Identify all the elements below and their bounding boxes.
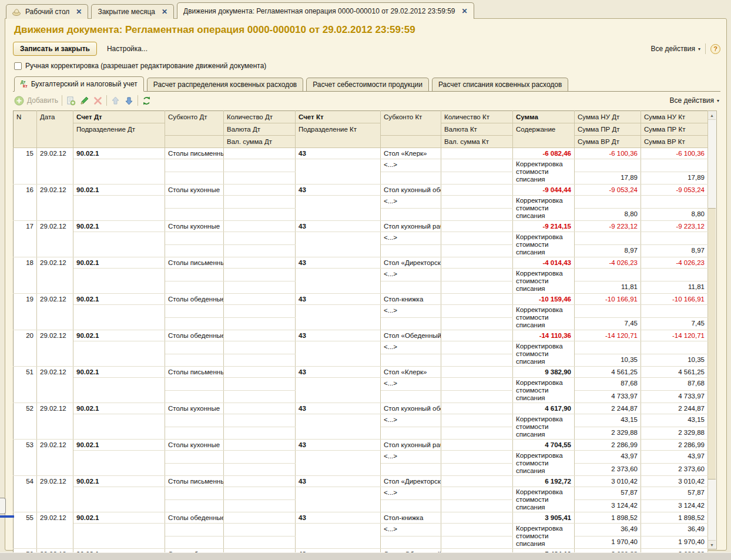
- cell-sum-nu-kt[interactable]: 1 898,52: [641, 512, 708, 524]
- table-row[interactable]: 52 29.02.12 90.02.1 Столы кухонные 43 Ст…: [14, 403, 708, 414]
- cell-currency-dt[interactable]: [224, 414, 296, 427]
- cell-subconto-dt[interactable]: Столы обеденные: [165, 294, 224, 305]
- cell-currency-dt[interactable]: [224, 196, 296, 209]
- cell-sum-vr-kt[interactable]: 17,89: [641, 172, 708, 185]
- cell-sum-pr-dt[interactable]: 87,68: [575, 378, 641, 391]
- table-row-line2[interactable]: <...> Корректировка стоимости списания: [14, 269, 708, 281]
- cell-currency-dt[interactable]: [224, 378, 296, 391]
- cell-content[interactable]: Корректировка стоимости списания: [513, 524, 575, 549]
- cell-subconto-dt-line3[interactable]: [165, 281, 224, 294]
- cell-quantity-dt[interactable]: [224, 440, 296, 451]
- cell-sum-vr-dt[interactable]: 17,89: [575, 172, 641, 185]
- cell-sum-nu-kt[interactable]: 2 244,87: [641, 403, 708, 414]
- cell-curamount-dt[interactable]: [224, 427, 296, 440]
- cell-currency-kt[interactable]: [441, 196, 513, 209]
- cell-currency-dt[interactable]: [224, 451, 296, 464]
- cell-quantity-dt[interactable]: [224, 403, 296, 414]
- cell-currency-kt[interactable]: [441, 451, 513, 464]
- cell-sum-vr-dt[interactable]: 2 373,60: [575, 463, 641, 476]
- tab-desktop[interactable]: Рабочий стол ✕: [6, 4, 88, 19]
- cell-sum[interactable]: -6 082,46: [513, 148, 575, 159]
- cell-subconto-kt[interactable]: Стол «Клерк»: [381, 367, 441, 378]
- cell-sum-vr-kt[interactable]: 8,80: [641, 208, 708, 221]
- cell-account-dt[interactable]: 90.02.1: [73, 367, 165, 378]
- cell-sum-pr-dt[interactable]: [575, 232, 641, 245]
- cell-department-dt[interactable]: [73, 305, 165, 330]
- cell-subconto-dt-line2[interactable]: [165, 159, 224, 172]
- cell-account-dt[interactable]: 90.02.1: [73, 257, 165, 269]
- cell-sum-nu-kt[interactable]: 3 010,42: [641, 476, 708, 487]
- cell-subconto-kt-line2[interactable]: <...>: [381, 159, 441, 172]
- cell-subconto-dt[interactable]: Столы кухонные: [165, 440, 224, 451]
- cell-department-dt[interactable]: [73, 451, 165, 476]
- cell-curamount-dt[interactable]: [224, 281, 296, 294]
- cell-curamount-kt[interactable]: [441, 208, 513, 221]
- cell-sum-pr-kt[interactable]: [641, 196, 708, 209]
- cell-sum-nu-kt[interactable]: -4 026,23: [641, 257, 708, 269]
- cell-quantity-kt[interactable]: [441, 330, 513, 341]
- cell-subconto-kt-line2[interactable]: <...>: [381, 451, 441, 464]
- cell-content[interactable]: Корректировка стоимости списания: [513, 341, 575, 367]
- tab-product-cost-calc[interactable]: Расчет себестоимости продукции: [306, 78, 429, 91]
- table-row[interactable]: 15 29.02.12 90.02.1 Столы письменны 43 С…: [14, 148, 708, 159]
- cell-subconto-dt-line2[interactable]: [165, 232, 224, 245]
- scroll-down-icon[interactable]: ▼: [708, 540, 716, 549]
- cell-subconto-kt-line3[interactable]: [381, 427, 441, 440]
- cell-sum[interactable]: -14 110,36: [513, 330, 575, 341]
- cell-date[interactable]: 29.02.12: [37, 403, 73, 440]
- cell-subconto-dt-line2[interactable]: [165, 378, 224, 391]
- cell-content[interactable]: Корректировка стоимости списания: [513, 451, 575, 476]
- cell-department-kt[interactable]: [296, 414, 381, 440]
- cell-curamount-kt[interactable]: [441, 281, 513, 294]
- cell-sum-pr-dt[interactable]: [575, 341, 641, 354]
- cell-curamount-dt[interactable]: [224, 244, 296, 257]
- cell-n[interactable]: 15: [14, 148, 37, 185]
- cell-account-kt[interactable]: 43: [296, 403, 381, 414]
- cell-curamount-dt[interactable]: [224, 536, 296, 549]
- refresh-icon[interactable]: [142, 96, 152, 106]
- cell-sum-vr-kt[interactable]: 3 124,42: [641, 499, 708, 512]
- cell-subconto-kt-line2[interactable]: <...>: [381, 269, 441, 281]
- cell-department-kt[interactable]: [296, 378, 381, 403]
- cell-currency-kt[interactable]: [441, 269, 513, 281]
- cell-department-dt[interactable]: [73, 487, 165, 512]
- cell-sum-vr-kt[interactable]: 10,35: [641, 354, 708, 367]
- table-row[interactable]: 20 29.02.12 90.02.1 Столы обеденные 43 С…: [14, 330, 708, 341]
- cell-content[interactable]: Корректировка стоимости списания: [513, 378, 575, 403]
- cell-curamount-dt[interactable]: [224, 354, 296, 367]
- cell-subconto-kt[interactable]: Стол «Директорск: [381, 257, 441, 269]
- cell-sum-nu-dt[interactable]: 3 010,42: [575, 476, 641, 487]
- cell-sum-pr-kt[interactable]: [641, 305, 708, 318]
- cell-sum-nu-kt[interactable]: -9 223,12: [641, 221, 708, 232]
- cell-sum-vr-kt[interactable]: 1 970,40: [641, 536, 708, 549]
- cell-sum-nu-kt[interactable]: -14 120,71: [641, 330, 708, 341]
- cell-sum-vr-dt[interactable]: 1 970,40: [575, 536, 641, 549]
- cell-quantity-kt[interactable]: [441, 476, 513, 487]
- cell-currency-dt[interactable]: [224, 305, 296, 318]
- cell-subconto-kt[interactable]: Стол «Директорск: [381, 476, 441, 487]
- cell-subconto-dt[interactable]: Столы обеденные: [165, 330, 224, 341]
- cell-sum-nu-dt[interactable]: 2 244,87: [575, 403, 641, 414]
- cell-date[interactable]: 29.02.12: [37, 330, 73, 367]
- table-row-line2[interactable]: <...> Корректировка стоимости списания: [14, 305, 708, 318]
- cell-department-kt[interactable]: [296, 159, 381, 185]
- cell-sum-vr-kt[interactable]: 2 373,60: [641, 463, 708, 476]
- cell-account-kt[interactable]: 43: [296, 512, 381, 524]
- cell-sum-vr-dt[interactable]: 2 329,88: [575, 427, 641, 440]
- table-row-line2[interactable]: <...> Корректировка стоимости списания: [14, 341, 708, 354]
- cell-department-kt[interactable]: [296, 305, 381, 330]
- cell-subconto-dt-line3[interactable]: [165, 208, 224, 221]
- cell-sum-pr-dt[interactable]: 36,49: [575, 524, 641, 536]
- scrollbar-thumb[interactable]: [708, 208, 716, 479]
- cell-currency-dt[interactable]: [224, 487, 296, 500]
- cell-subconto-kt-line2[interactable]: <...>: [381, 196, 441, 209]
- cell-n[interactable]: 54: [14, 476, 37, 512]
- cell-date[interactable]: 29.02.12: [37, 257, 73, 294]
- cell-sum-pr-kt[interactable]: 87,68: [641, 378, 708, 391]
- cell-sum-vr-kt[interactable]: 7,45: [641, 317, 708, 330]
- cell-department-dt[interactable]: [73, 524, 165, 549]
- cell-subconto-kt[interactable]: Стол «Обеденный»: [381, 330, 441, 341]
- cell-quantity-dt[interactable]: [224, 330, 296, 341]
- cell-subconto-dt-line3[interactable]: [165, 390, 224, 403]
- cell-content[interactable]: Корректировка стоимости списания: [513, 305, 575, 330]
